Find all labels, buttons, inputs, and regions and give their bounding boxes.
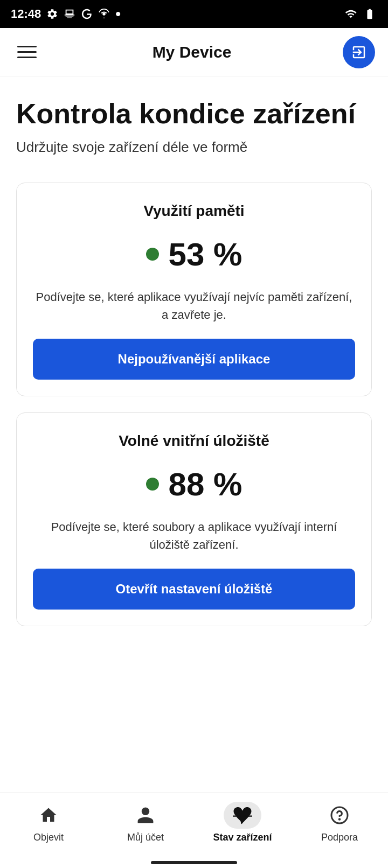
storage-card: Volné vnitřní úložiště 88 % Podívejte se… [16, 412, 372, 626]
settings-icon [46, 8, 58, 20]
nav-item-support[interactable]: Podpora [291, 802, 388, 843]
open-storage-settings-button[interactable]: Otevřít nastavení úložiště [33, 569, 355, 610]
heartbeat-icon [233, 806, 252, 825]
login-icon [351, 44, 367, 60]
device-status-icon-wrap [224, 802, 261, 829]
display-icon [64, 8, 75, 20]
home-indicator [0, 857, 388, 868]
bottom-nav: Objevit Můj účet Stav zařízení P [0, 793, 388, 857]
memory-card: Využití paměti 53 % Podívejte se, které … [16, 183, 372, 396]
help-icon [330, 806, 349, 825]
hotspot-icon [98, 8, 110, 20]
nav-item-discover[interactable]: Objevit [0, 802, 97, 843]
memory-card-title: Využití paměti [33, 202, 355, 220]
discover-icon-wrap [30, 802, 67, 829]
svg-point-0 [103, 12, 106, 16]
support-label: Podpora [321, 832, 358, 843]
wifi-icon [344, 8, 358, 20]
account-icon-wrap [127, 802, 164, 829]
hamburger-menu[interactable] [13, 41, 41, 62]
storage-description: Podívejte se, které soubory a aplikace v… [33, 518, 355, 554]
device-status-label: Stav zařízení [213, 832, 272, 843]
storage-card-title: Volné vnitřní úložiště [33, 432, 355, 450]
page-title: My Device [153, 43, 232, 61]
discover-label: Objevit [33, 832, 64, 843]
person-icon [136, 806, 155, 825]
status-bar: 12:48 • [0, 0, 388, 28]
storage-metric-row: 88 % [33, 466, 355, 503]
nav-item-device-status[interactable]: Stav zařízení [194, 802, 291, 843]
page-subtitle: Udržujte svoje zařízení déle ve formě [16, 139, 372, 156]
support-icon-wrap [321, 802, 358, 829]
storage-value: 88 % [169, 466, 242, 503]
nav-item-account[interactable]: Můj účet [97, 802, 194, 843]
notification-dot: • [115, 5, 121, 23]
most-used-apps-button[interactable]: Nejpoužívanější aplikace [33, 339, 355, 380]
status-time: 12:48 [11, 7, 41, 21]
storage-status-dot [146, 478, 159, 491]
memory-value: 53 % [169, 236, 242, 273]
page-heading: Kontrola kondice zařízení [16, 98, 372, 130]
memory-status-dot [146, 248, 159, 261]
home-indicator-bar [151, 861, 237, 864]
memory-metric-row: 53 % [33, 236, 355, 273]
login-button[interactable] [343, 36, 375, 68]
home-icon [39, 806, 58, 825]
memory-description: Podívejte se, které aplikace využívají n… [33, 288, 355, 324]
main-content: Kontrola kondice zařízení Udržujte svoje… [0, 76, 388, 793]
battery-icon [362, 8, 377, 20]
google-icon [81, 8, 93, 20]
account-label: Můj účet [127, 832, 164, 843]
toolbar: My Device [0, 28, 388, 76]
